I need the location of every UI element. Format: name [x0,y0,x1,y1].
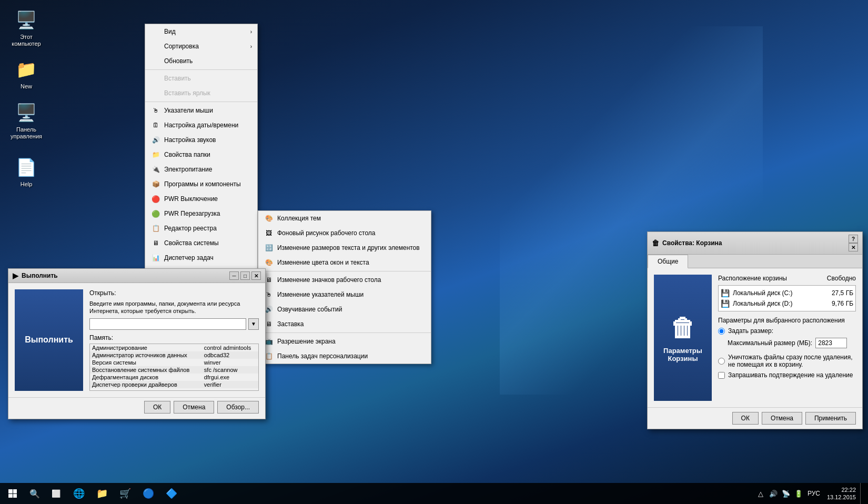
table-row[interactable]: Диспетчер проверки драйверов verifier [90,381,258,388]
radio-size-row: Задать размер: [718,327,856,335]
menu-sep-1 [145,69,257,70]
taskbar-app-5[interactable]: 🔵 [137,483,160,504]
max-size-input[interactable] [815,338,847,348]
tray-network-icon[interactable]: 📡 [780,483,792,504]
table-row[interactable]: Версия системы winver [90,359,258,366]
recycle-ok-button[interactable]: ОК [732,412,759,425]
submenu-mouse-pointers[interactable]: 🖱 Изменение указателей мыши [258,287,431,302]
submenu-screensaver[interactable]: 🖥 Заставка [258,317,431,331]
recycle-titlebar: 🗑 Свойства: Корзина ? ✕ [648,232,862,255]
run-memory-table[interactable]: Администрирование control admintools Адм… [89,344,259,391]
recycle-help-button[interactable]: ? [849,235,858,243]
submenu-label-screen-res: Разрешение экрана [277,338,336,345]
submenu-wallpaper[interactable]: 🖼 Фоновый рисунок рабочего стола [258,226,431,240]
menu-item-folder-props[interactable]: 📁 Свойства папки [145,147,257,162]
tray-volume-icon[interactable]: 🔊 [767,483,780,504]
start-button[interactable] [0,483,25,504]
menu-item-sort[interactable]: Сортировка › [145,39,257,54]
menu-item-programs[interactable]: 📦 Программы и компоненты [145,177,257,191]
recycle-title-icon: 🗑 [652,239,659,247]
menu-item-task-mgr[interactable]: 📊 Диспетчер задач [145,250,257,265]
drive-d-size: 9,76 ГБ [832,300,853,307]
tray-datetime[interactable]: 22:22 13.12.2015 [823,486,860,501]
run-dropdown-button[interactable]: ▼ [248,318,259,330]
submenu-taskbar-personalization[interactable]: 📋 Панель задач персонализации [258,349,431,364]
tab-general[interactable]: Общие [648,255,688,268]
sort-arrow: › [250,44,252,49]
run-cancel-button[interactable]: Отмена [174,401,214,414]
submenu-label-mouse-pointers: Изменение указателей мыши [277,291,364,298]
menu-item-datetime[interactable]: 🗓 Настройка даты/времени [145,118,257,133]
control-panel-label: Панельуправления [11,126,42,140]
drive-item-c[interactable]: 💾 Локальный диск (С:) 27,5 ГБ [721,288,853,298]
taskbar-app-6[interactable]: 🔷 [160,483,183,504]
menu-item-refresh[interactable]: Обновить [145,54,257,68]
tray-show-desktop[interactable] [860,483,865,504]
menu-item-view[interactable]: Вид › [145,24,257,39]
theme-collection-icon: 🎨 [264,214,274,223]
run-maximize-button[interactable]: □ [240,271,250,280]
run-browse-button[interactable]: Обзор... [217,401,259,414]
menu-item-power[interactable]: 🔌 Электропитание [145,162,257,177]
desktop-icon-help[interactable]: 📄 Help [5,153,47,190]
table-row[interactable]: Администрирование control admintools [90,344,258,351]
menu-item-pwr-off[interactable]: 🔴 PWR Выключение [145,191,257,206]
table-row[interactable]: Восстановление системных файлов sfc /sca… [90,366,258,374]
menu-item-regedit[interactable]: 📋 Редактор реестра [145,221,257,236]
run-input-field[interactable] [89,318,246,330]
menu-label-paste-shortcut: Вставить ярлык [164,89,210,97]
desktop-icon-control-panel[interactable]: 🖥️ Панельуправления [5,98,47,142]
datetime-icon: 🗓 [150,120,161,130]
submenu-screen-res[interactable]: 📺 Разрешение экрана [258,334,431,349]
desktop: 🖥️ Этот компьютер 📁 New 🖥️ Панельуправле… [0,0,868,504]
taskbar-app-store[interactable]: 🛒 [114,483,137,504]
menu-label-folder-props: Свойства папки [164,151,210,158]
tray-date-value: 13.12.2015 [827,493,856,501]
recycle-apply-button[interactable]: Применить [805,412,856,425]
recycle-close-button[interactable]: ✕ [849,243,858,251]
submenu-desktop-icons[interactable]: 🖥 Изменение значков рабочего стола [258,273,431,287]
menu-label-sys-props: Свойства системы [164,239,219,247]
taskbar-tray: △ 🔊 📡 🔋 РУС 22:22 13.12.2015 [754,483,868,504]
table-row[interactable]: Администратор источников данных odbcad32 [90,351,258,359]
tray-language[interactable]: РУС [805,490,823,497]
run-minimize-button[interactable]: ─ [229,271,239,280]
submenu-label-sounds: Озвучивание событий [277,306,342,313]
drive-item-d[interactable]: 💾 Локальный диск (D:) 9,76 ГБ [721,298,853,309]
menu-item-sys-props[interactable]: 🖥 Свойства системы [145,236,257,250]
submenu-window-color[interactable]: 🎨 Изменение цвета окон и текста [258,255,431,270]
taskbar-apps: ⬜ 🌐 📁 🛒 🔵 🔷 [44,483,183,504]
menu-item-mouse-pointers[interactable]: 🖱 Указатели мыши [145,103,257,118]
tray-battery-icon[interactable]: 🔋 [792,483,805,504]
submenu-theme-collection[interactable]: 🎨 Коллекция тем [258,211,431,226]
submenu-text-size[interactable]: 🔡 Изменение размеров текста и других эле… [258,240,431,255]
run-close-button[interactable]: ✕ [251,271,261,280]
desktop-icon-this-pc[interactable]: 🖥️ Этот компьютер [5,5,47,49]
recycle-title: Свойства: Корзина [662,239,722,247]
recycle-cancel-button[interactable]: Отмена [762,412,802,425]
tray-up-arrow[interactable]: △ [754,483,767,504]
paste-icon [150,74,161,83]
menu-item-paste-shortcut: Вставить ярлык [145,86,257,100]
menu-label-programs: Программы и компоненты [164,180,241,188]
menu-item-pwr-restart[interactable]: 🟢 PWR Перезагрузка [145,206,257,221]
menu-label-paste: Вставить [164,75,191,82]
drive-c-icon: 💾 [721,289,730,297]
menu-item-sounds[interactable]: 🔊 Настройка звуков [145,133,257,147]
refresh-icon [150,56,161,66]
desktop-icon-new[interactable]: 📁 New [5,55,47,92]
max-size-row: Максимальный размер (МБ): [728,338,856,348]
taskbar-app-task-view[interactable]: ⬜ [44,483,67,504]
run-title: Выполнить [22,272,58,279]
table-row[interactable]: Дефрагментация дисков dfrgui.exe [90,374,258,381]
radio-delete[interactable] [718,358,725,365]
taskbar-search-button[interactable]: 🔍 [25,483,44,504]
run-ok-button[interactable]: ОК [144,401,170,414]
taskbar-app-edge[interactable]: 🌐 [67,483,90,504]
max-size-label: Максимальный размер (МБ): [728,339,812,347]
radio-size[interactable] [718,328,725,335]
submenu-sounds[interactable]: 🔊 Озвучивание событий [258,302,431,317]
menu-item-paste: Вставить [145,71,257,86]
checkbox-confirm[interactable] [718,372,725,379]
taskbar-app-explorer[interactable]: 📁 [90,483,114,504]
